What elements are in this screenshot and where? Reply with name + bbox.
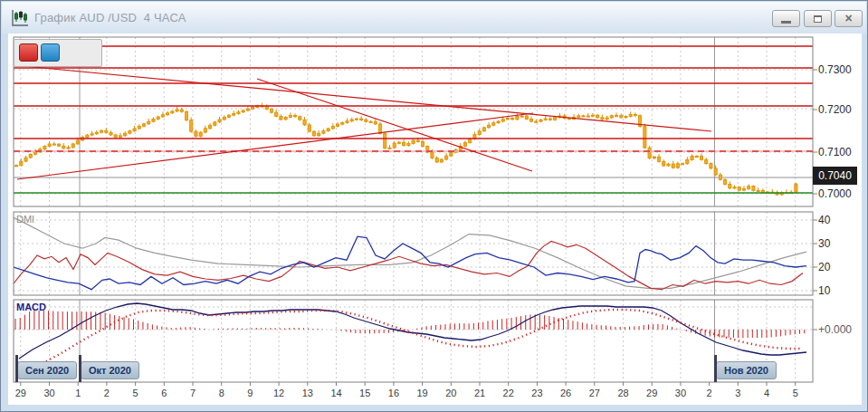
current-price-badge: 0.7040 [813,167,857,185]
time-axis-label: 23 [531,388,542,398]
dmi-panel [14,217,806,289]
month-chip-november: Нов 2020 [716,361,777,379]
month-divider-bar [79,355,81,382]
time-axis-label: 30 [675,388,686,398]
macd-zero-label: +0.000 [818,323,852,336]
dmi-panel-label: DMI [16,214,34,225]
dmi-axis-label: 10 [818,284,830,297]
blue-swatch-button[interactable] [41,43,60,62]
time-axis-label: 20 [445,388,456,398]
time-axis-label: 4 [764,388,769,398]
time-axis-label: 29 [15,388,26,398]
month-chip-september: Сен 2020 [17,361,77,379]
macd-panel [15,303,806,369]
time-axis-label: 6 [161,388,167,398]
time-axis-label: 15 [359,388,370,398]
dmi-axis-label: 30 [818,237,830,250]
time-axis-label: 5 [133,388,138,398]
chart-window: График AUD /USD 4 ЧАСА × DMI MACD +0.000… [0,0,868,412]
time-axis-label: 3 [735,388,740,398]
chart-canvas[interactable] [1,1,868,412]
chart-mini-toolbar [14,39,102,67]
time-axis-label: 5 [793,388,798,398]
price-axis-label: 0.7200 [818,103,852,116]
dmi-axis-label: 20 [818,261,830,273]
red-swatch-button[interactable] [19,43,38,62]
time-axis-label: 27 [589,388,600,398]
time-axis-label: 14 [330,388,341,398]
price-axis-label: 0.7000 [818,187,852,200]
time-axis-label: 22 [503,388,514,398]
month-chip-october: Окт 2020 [81,361,139,379]
price-levels-layer [14,46,813,193]
price-axis-label: 0.7300 [818,63,852,76]
time-axis-label: 30 [43,388,54,398]
month-divider-bar [15,355,18,382]
time-axis-label: 16 [388,388,399,398]
price-axis-label: 0.7100 [818,146,852,158]
time-axis-label: 2 [707,388,712,398]
time-axis-label: 28 [617,388,628,398]
time-axis-label: 9 [247,388,253,398]
dmi-axis-label: 40 [818,214,830,226]
time-axis-label: 2 [104,388,110,398]
macd-panel-label: MACD [16,302,46,312]
time-axis-label: 21 [474,388,485,398]
time-axis-label: 29 [646,388,657,398]
time-axis-label: 12 [273,388,284,398]
candles-layer [15,103,798,196]
time-axis-label: 26 [560,388,571,398]
time-axis-label: 8 [219,388,224,398]
month-divider-bar [714,355,717,382]
time-axis-label: 7 [190,388,196,398]
time-axis-label: 13 [302,388,313,398]
time-axis-label: 1 [75,388,81,398]
time-axis-label: 19 [416,388,427,398]
